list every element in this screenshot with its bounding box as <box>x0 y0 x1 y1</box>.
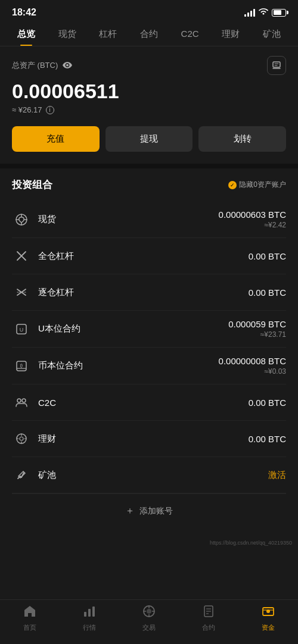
svg-point-14 <box>20 437 23 440</box>
bottom-nav-market[interactable]: 行情 <box>60 605 119 632</box>
list-item[interactable]: C2C 0.00 BTC <box>12 384 286 421</box>
withdraw-button[interactable]: 提现 <box>105 126 193 152</box>
list-item[interactable]: U U本位合约 0.000059 BTC ≈¥23.71 <box>12 311 286 348</box>
list-item[interactable]: 理财 0.00 BTC <box>12 421 286 457</box>
bottom-nav: 首页 行情 交易 <box>0 599 298 644</box>
bottom-nav-contract[interactable]: 合约 <box>179 605 238 632</box>
svg-rect-16 <box>88 609 91 617</box>
svg-point-11 <box>17 399 21 402</box>
tab-contract[interactable]: 合约 <box>129 23 170 46</box>
svg-rect-0 <box>273 62 280 67</box>
coin-contract-icon: ₿ <box>12 357 31 376</box>
svg-point-12 <box>22 399 26 402</box>
asset-label: 总资产 (BTC) <box>12 56 286 75</box>
usd-contract-label: U本位合约 <box>38 323 80 334</box>
funds-icon <box>262 605 275 621</box>
list-item[interactable]: ₿ 币本位合约 0.00000008 BTC ≈¥0.03 <box>12 348 286 384</box>
asset-amount: 0.00006511 <box>12 80 286 103</box>
check-icon: ✓ <box>228 181 237 189</box>
spot-icon <box>12 210 31 229</box>
tab-overview[interactable]: 总览 <box>6 23 47 46</box>
divider <box>0 164 298 168</box>
trade-label: 交易 <box>142 623 156 632</box>
deposit-button[interactable]: 充值 <box>12 126 100 152</box>
coin-contract-label: 币本位合约 <box>38 360 83 371</box>
watermark: https://blog.csdn.net/qq_40219350 <box>0 537 298 548</box>
status-icons <box>244 8 286 17</box>
list-item[interactable]: 矿池 激活 <box>12 457 286 493</box>
svg-text:₿: ₿ <box>20 363 23 368</box>
svg-rect-15 <box>84 612 86 617</box>
transfer-button[interactable]: 划转 <box>198 126 286 152</box>
finance-label: 理财 <box>38 433 56 445</box>
svg-text:U: U <box>20 327 24 333</box>
info-icon[interactable]: i <box>46 106 54 114</box>
mining-icon <box>12 465 31 484</box>
tab-spot[interactable]: 现货 <box>47 23 88 46</box>
market-icon <box>83 605 96 621</box>
plus-icon: ＋ <box>125 505 135 517</box>
usd-contract-icon: U <box>12 320 31 339</box>
finance-btc-value: 0.00 BTC <box>249 434 286 444</box>
asset-label-text: 总资产 (BTC) <box>12 60 58 71</box>
tab-c2c[interactable]: C2C <box>169 23 210 46</box>
portfolio-header: 投资组合 ✓ 隐藏0资产账户 <box>12 178 286 192</box>
mining-label: 矿池 <box>38 470 56 481</box>
add-account-button[interactable]: ＋ 添加账号 <box>12 493 286 528</box>
c2c-icon <box>12 393 31 412</box>
svg-point-19 <box>147 609 151 614</box>
list-item[interactable]: 逐仓杠杆 0.00 BTC <box>12 274 286 311</box>
asset-fiat: ≈ ¥26.17 i <box>12 105 286 114</box>
isolated-margin-icon <box>12 283 31 302</box>
portfolio-title: 投资组合 <box>12 178 52 192</box>
usd-contract-btc-value: 0.000059 BTC <box>228 319 286 329</box>
tab-finance[interactable]: 理财 <box>210 23 252 46</box>
spot-cny-value: ≈¥2.42 <box>219 221 286 229</box>
market-label: 行情 <box>83 623 96 632</box>
history-icon[interactable] <box>267 56 286 75</box>
spot-btc-value: 0.00000603 BTC <box>219 210 286 220</box>
mining-activate-button[interactable]: 激活 <box>268 470 286 481</box>
portfolio-section: 投资组合 ✓ 隐藏0资产账户 现货 0.00000603 BTC ≈¥2.42 <box>0 168 298 537</box>
home-icon <box>23 605 36 621</box>
status-bar: 18:42 <box>0 0 298 23</box>
asset-section: 总资产 (BTC) 0.00006511 ≈ ¥26.17 i 充值 提现 划转 <box>0 46 298 164</box>
c2c-label: C2C <box>38 398 56 408</box>
battery-icon <box>272 9 286 17</box>
isolated-margin-btc-value: 0.00 BTC <box>249 287 286 298</box>
spot-label: 现货 <box>38 214 56 225</box>
nav-tabs: 总览 现货 杠杆 合约 C2C 理财 矿池 <box>0 23 298 46</box>
bottom-nav-home[interactable]: 首页 <box>0 605 60 632</box>
wifi-icon <box>259 8 268 17</box>
trade-icon <box>142 605 156 621</box>
home-label: 首页 <box>23 623 36 632</box>
tab-leverage[interactable]: 杠杆 <box>88 23 129 46</box>
finance-icon <box>12 429 31 448</box>
hide-assets-toggle[interactable]: ✓ 隐藏0资产账户 <box>228 180 286 190</box>
contract-icon <box>202 605 215 621</box>
bottom-nav-trade[interactable]: 交易 <box>119 605 179 632</box>
list-item[interactable]: 现货 0.00000603 BTC ≈¥2.42 <box>12 201 286 238</box>
signal-icon <box>244 8 255 17</box>
svg-rect-17 <box>92 607 95 617</box>
bottom-nav-funds[interactable]: 资金 <box>238 605 298 632</box>
add-account-label: 添加账号 <box>139 506 173 517</box>
cross-margin-btc-value: 0.00 BTC <box>249 251 286 261</box>
tab-mining[interactable]: 矿池 <box>251 23 292 46</box>
contract-label: 合约 <box>202 623 215 632</box>
isolated-margin-label: 逐仓杠杆 <box>38 287 74 298</box>
usd-contract-cny-value: ≈¥23.71 <box>228 330 286 339</box>
coin-contract-cny-value: ≈¥0.03 <box>219 367 286 376</box>
funds-label: 资金 <box>262 623 275 632</box>
cross-margin-label: 全仓杠杆 <box>38 251 74 262</box>
status-time: 18:42 <box>12 7 36 18</box>
c2c-btc-value: 0.00 BTC <box>249 398 286 408</box>
eye-icon[interactable] <box>63 61 72 70</box>
cross-margin-icon <box>12 246 31 265</box>
action-buttons: 充值 提现 划转 <box>12 126 286 152</box>
list-item[interactable]: 全仓杠杆 0.00 BTC <box>12 238 286 274</box>
coin-contract-btc-value: 0.00000008 BTC <box>219 356 286 366</box>
